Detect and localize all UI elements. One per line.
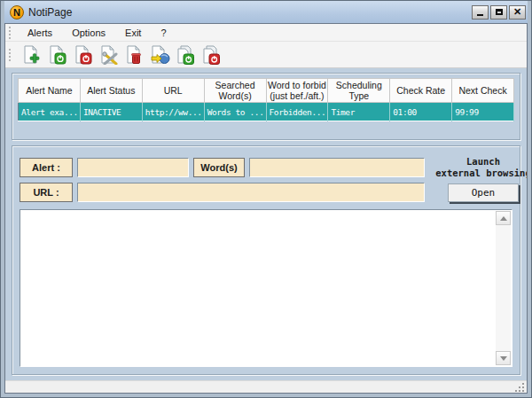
cell-check-rate: 01:00 bbox=[390, 103, 452, 121]
edit-alert-icon bbox=[98, 45, 118, 65]
cell-alert-name: Alert exa... bbox=[19, 103, 81, 121]
words-input[interactable] bbox=[249, 158, 425, 177]
launch-check-icon bbox=[149, 45, 170, 65]
launch-check-button[interactable] bbox=[148, 44, 171, 66]
scroll-up-button[interactable] bbox=[496, 211, 511, 225]
cell-alert-status: INACTIVE bbox=[80, 103, 142, 121]
menu-bar: Alerts Options Exit ? bbox=[5, 24, 527, 42]
toolbar bbox=[5, 42, 527, 68]
close-icon: ✕ bbox=[513, 7, 521, 17]
table-header-row: Alert Name Alert Status URL Searched Wor… bbox=[19, 79, 514, 103]
scroll-up-icon bbox=[500, 216, 507, 221]
cell-next-check: 99:99 bbox=[452, 103, 514, 121]
title-bar[interactable]: N NotiPage ✕ bbox=[4, 1, 528, 23]
scroll-down-icon bbox=[500, 356, 507, 361]
col-check-rate[interactable]: Check Rate bbox=[390, 79, 452, 103]
status-bar bbox=[5, 380, 527, 393]
alerts-table: Alert Name Alert Status URL Searched Wor… bbox=[18, 78, 514, 121]
maximize-button[interactable] bbox=[490, 5, 507, 20]
page-content-area[interactable] bbox=[20, 209, 512, 367]
edit-alert-button[interactable] bbox=[97, 44, 120, 66]
col-alert-status[interactable]: Alert Status bbox=[80, 79, 142, 103]
resize-grip-icon[interactable] bbox=[514, 382, 525, 393]
window-title: NotiPage bbox=[28, 6, 72, 19]
activate-alert-button[interactable] bbox=[45, 44, 68, 66]
alert-label: Alert : bbox=[20, 158, 73, 177]
delete-alert-button[interactable] bbox=[122, 44, 145, 66]
activate-all-icon bbox=[175, 45, 196, 65]
alerts-table-panel: Alert Name Alert Status URL Searched Wor… bbox=[12, 73, 520, 140]
cell-searched-words: Words to ... bbox=[204, 103, 266, 121]
minimize-icon bbox=[477, 14, 483, 16]
open-button[interactable]: Open bbox=[448, 183, 519, 202]
menu-help[interactable]: ? bbox=[152, 26, 175, 40]
add-alert-button[interactable] bbox=[20, 44, 43, 66]
alert-input[interactable] bbox=[77, 158, 189, 177]
url-label: URL : bbox=[20, 183, 73, 202]
cell-word-to-forbid: Forbidden... bbox=[266, 103, 328, 121]
delete-alert-icon bbox=[124, 45, 144, 65]
menu-exit[interactable]: Exit bbox=[116, 26, 150, 40]
deactivate-alert-icon bbox=[73, 45, 92, 65]
col-word-to-forbid[interactable]: Word to forbid (just bef./aft.) bbox=[266, 79, 328, 103]
url-input[interactable] bbox=[77, 183, 425, 202]
deactivate-all-button[interactable] bbox=[200, 44, 223, 66]
cell-url: http://ww... bbox=[142, 103, 204, 121]
activate-all-button[interactable] bbox=[174, 44, 197, 66]
add-alert-icon bbox=[21, 45, 41, 65]
deactivate-alert-button[interactable] bbox=[71, 44, 94, 66]
alert-detail-panel: Alert : Word(s) Launch external browsing… bbox=[12, 145, 520, 375]
menubar-grip bbox=[9, 27, 12, 39]
col-searched-words[interactable]: Searched Word(s) bbox=[204, 79, 266, 103]
col-url[interactable]: URL bbox=[142, 79, 204, 103]
cell-scheduling-type: Timer bbox=[328, 103, 390, 121]
toolbar-grip bbox=[9, 49, 12, 61]
close-button[interactable]: ✕ bbox=[509, 5, 526, 20]
notipage-logo-icon: N bbox=[10, 5, 24, 20]
col-scheduling-type[interactable]: Scheduling Type bbox=[328, 79, 390, 103]
launch-external-browsing-label: Launch external browsing bbox=[435, 156, 527, 179]
maximize-icon bbox=[496, 9, 503, 15]
words-label: Word(s) bbox=[193, 158, 245, 177]
col-alert-name[interactable]: Alert Name bbox=[19, 79, 81, 103]
menu-options[interactable]: Options bbox=[63, 26, 114, 40]
minimize-button[interactable] bbox=[472, 5, 489, 20]
activate-alert-icon bbox=[47, 45, 66, 65]
notipage-window: N NotiPage ✕ Alerts Options Exit ? bbox=[0, 0, 532, 398]
scroll-down-button[interactable] bbox=[496, 351, 511, 365]
menu-alerts[interactable]: Alerts bbox=[19, 26, 61, 40]
deactivate-all-icon bbox=[200, 45, 222, 65]
vertical-scrollbar[interactable] bbox=[496, 211, 511, 365]
table-row[interactable]: Alert exa... INACTIVE http://ww... Words… bbox=[19, 103, 514, 121]
col-next-check[interactable]: Next Check bbox=[452, 79, 514, 103]
